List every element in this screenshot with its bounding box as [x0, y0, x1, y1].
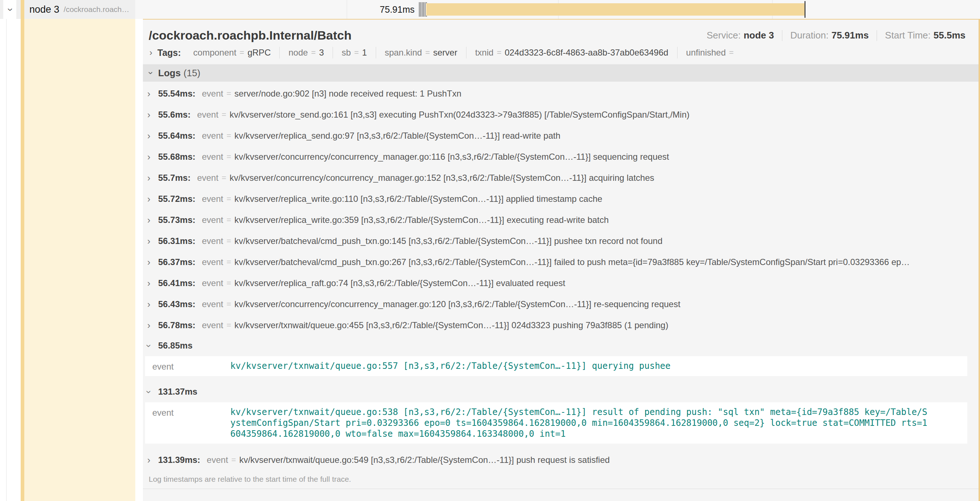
- log-detail-value: kv/kvserver/txnwait/queue.go:538 [n3,s3,…: [230, 407, 932, 439]
- equals-sign: =: [311, 48, 316, 57]
- chevron-right-icon: ›: [147, 257, 158, 268]
- log-timestamp: 56.85ms: [158, 340, 192, 351]
- log-entry[interactable]: ›56.31ms:event=kv/kvserver/batcheval/cmd…: [143, 231, 978, 252]
- equals-sign: =: [231, 455, 236, 465]
- log-entry[interactable]: ›56.78ms:event=kv/kvserver/txnwait/queue…: [143, 315, 978, 336]
- log-timestamp: 56.43ms:: [158, 299, 196, 309]
- chevron-right-icon: ›: [147, 172, 158, 184]
- span-detail-panel: /cockroach.roachpb.Internal/Batch Servic…: [143, 18, 980, 501]
- log-entry-expanded[interactable]: ›56.85ms: [143, 336, 978, 356]
- span-operation-name: /cockroach.roach…: [64, 5, 129, 14]
- log-field-value: kv/kvserver/replica_write.go:359 [n3,s3,…: [234, 215, 975, 225]
- log-entry[interactable]: ›56.41ms:event=kv/kvserver/replica_raft.…: [143, 273, 978, 294]
- log-field-value: kv/kvserver/concurrency/concurrency_mana…: [229, 173, 975, 183]
- span-detail-header: /cockroach.roachpb.Internal/Batch Servic…: [143, 19, 978, 44]
- log-field-key: event: [197, 173, 218, 183]
- service-label: Service:: [706, 30, 741, 41]
- equals-sign: =: [226, 89, 231, 98]
- tag-value: 3: [319, 48, 324, 58]
- log-field-value: kv/kvserver/concurrency/concurrency_mana…: [234, 152, 975, 162]
- tag-key: sb: [342, 48, 351, 58]
- start-time-label: Start Time:: [885, 30, 931, 41]
- chevron-down-icon: ›: [147, 386, 158, 397]
- log-entry-expanded[interactable]: ›131.37ms: [143, 382, 978, 402]
- equals-sign: =: [226, 152, 231, 161]
- log-detail-key: event: [152, 361, 230, 372]
- log-field-key: event: [202, 215, 223, 225]
- equals-sign: =: [497, 48, 502, 57]
- log-timestamp: 56.41ms:: [158, 278, 196, 288]
- log-field-key: event: [202, 236, 223, 246]
- equals-sign: =: [226, 236, 231, 246]
- log-field-key: event: [202, 131, 223, 141]
- log-entry[interactable]: ›131.39ms:event=kv/kvserver/txnwait/queu…: [143, 450, 978, 471]
- log-timestamp: 55.6ms:: [158, 110, 191, 120]
- span-name-column-highlight: [24, 19, 135, 501]
- left-rail-divider: [6, 11, 6, 501]
- log-entry[interactable]: ›55.68ms:event=kv/kvserver/concurrency/c…: [143, 146, 978, 168]
- log-field-value: kv/kvserver/replica_raft.go:74 [n3,s3,r6…: [234, 278, 975, 288]
- chevron-right-icon: ›: [147, 152, 158, 163]
- span-row: › node 3 /cockroach.roach… 75.91ms: [0, 0, 980, 19]
- log-entry[interactable]: ›55.7ms:event=kv/kvserver/concurrency/co…: [143, 168, 978, 188]
- tag-value: 1: [362, 48, 367, 58]
- chevron-right-icon: ›: [147, 455, 158, 466]
- log-field-key: event: [202, 89, 223, 99]
- log-field-value: kv/kvserver/store_send.go:161 [n3,s3] ex…: [229, 110, 975, 120]
- log-timestamp: 55.64ms:: [158, 131, 196, 141]
- log-entry[interactable]: ›55.64ms:event=kv/kvserver/replica_send.…: [143, 125, 978, 146]
- chevron-down-icon[interactable]: ›: [9, 0, 12, 19]
- log-field-value: kv/kvserver/txnwait/queue.go:455 [n3,s3,…: [234, 320, 975, 330]
- log-field-key: event: [202, 320, 223, 330]
- log-timestamp: 131.39ms:: [158, 455, 200, 465]
- chevron-right-icon: ›: [147, 109, 158, 121]
- tag-item: span.kind=server: [376, 47, 466, 59]
- equals-sign: =: [240, 48, 245, 57]
- tag-item: unfinished=: [678, 47, 746, 59]
- log-timestamp: 56.31ms:: [158, 236, 196, 246]
- equals-sign: =: [226, 194, 231, 204]
- span-tick-marks: [419, 2, 427, 17]
- logs-title: Logs: [158, 67, 181, 79]
- log-detail-value: kv/kvserver/txnwait/queue.go:557 [n3,s3,…: [230, 361, 671, 372]
- logs-footer-note: Log timestamps are relative to the start…: [143, 471, 978, 489]
- span-name-cell[interactable]: node 3 /cockroach.roach…: [16, 0, 135, 19]
- chevron-right-icon: ›: [147, 320, 158, 331]
- log-rows: ›55.54ms:event=server/node.go:902 [n3] n…: [143, 82, 978, 471]
- tags-section-toggle[interactable]: › Tags: component=gRPCnode=3sb=1span.kin…: [143, 44, 978, 64]
- log-timestamp: 55.7ms:: [158, 173, 191, 183]
- chevron-right-icon: ›: [147, 278, 158, 289]
- log-field-value: kv/kvserver/txnwait/queue.go:549 [n3,s3,…: [239, 455, 975, 465]
- log-entry[interactable]: ›55.54ms:event=server/node.go:902 [n3] n…: [143, 83, 978, 104]
- equals-sign: =: [222, 173, 226, 183]
- chevron-right-icon: ›: [147, 299, 158, 310]
- divider: [877, 30, 877, 41]
- log-timestamp: 55.73ms:: [158, 215, 196, 225]
- divider: [782, 30, 782, 41]
- log-timestamp: 131.37ms: [158, 387, 197, 397]
- log-field-value: kv/kvserver/replica_write.go:110 [n3,s3,…: [234, 194, 975, 204]
- log-entry[interactable]: ›56.43ms:event=kv/kvserver/concurrency/c…: [143, 294, 978, 315]
- logs-section-toggle[interactable]: › Logs (15): [143, 64, 978, 82]
- page-title: /cockroach.roachpb.Internal/Batch: [149, 28, 352, 43]
- span-accent-bar: [21, 0, 24, 501]
- log-field-key: event: [197, 110, 218, 120]
- log-field-key: event: [202, 278, 223, 288]
- log-entry[interactable]: ›55.73ms:event=kv/kvserver/replica_write…: [143, 209, 978, 231]
- log-field-value: kv/kvserver/concurrency/concurrency_mana…: [234, 299, 975, 309]
- chevron-right-icon: ›: [147, 236, 158, 247]
- log-detail-key: event: [152, 407, 230, 439]
- log-field-key: event: [202, 299, 223, 309]
- log-detail-card: eventkv/kvserver/txnwait/queue.go:557 [n…: [145, 356, 967, 376]
- chevron-right-icon: ›: [150, 48, 152, 58]
- span-duration-bar[interactable]: [426, 3, 805, 16]
- log-entry[interactable]: ›55.72ms:event=kv/kvserver/replica_write…: [143, 188, 978, 209]
- tag-item: component=gRPC: [185, 47, 280, 59]
- span-end-marker: [805, 1, 805, 18]
- equals-sign: =: [226, 321, 231, 330]
- log-timestamp: 55.72ms:: [158, 194, 196, 204]
- log-field-key: event: [207, 455, 228, 465]
- log-entry[interactable]: ›55.6ms:event=kv/kvserver/store_send.go:…: [143, 104, 978, 125]
- equals-sign: =: [425, 48, 430, 57]
- log-entry[interactable]: ›56.37ms:event=kv/kvserver/batcheval/cmd…: [143, 252, 978, 273]
